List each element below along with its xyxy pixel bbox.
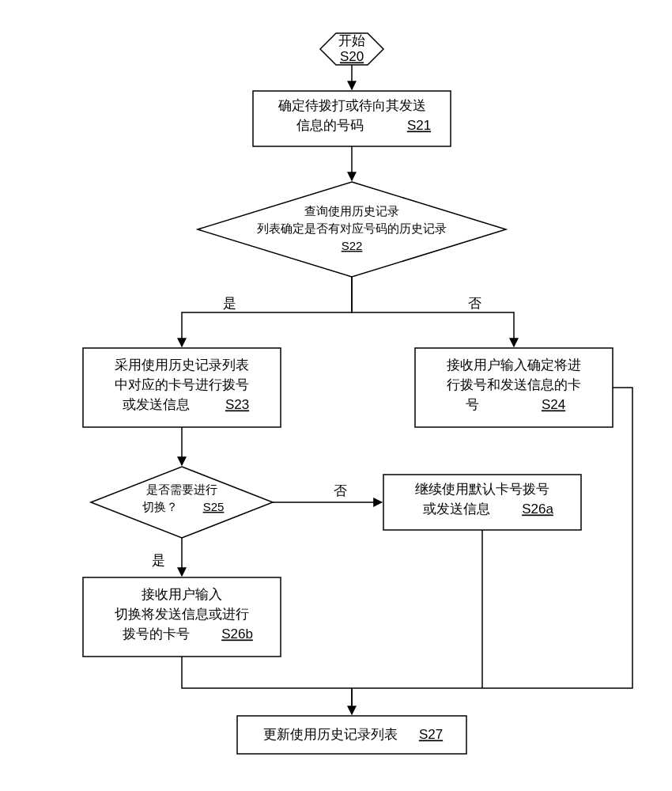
s26b-line1: 接收用户输入: [142, 587, 222, 602]
s24-line1: 接收用户输入确定将进: [447, 358, 581, 373]
s26a-id: S26a: [522, 501, 553, 517]
node-s27: 更新使用历史记录列表 S27: [237, 716, 466, 754]
edge-s24-s27-part: [352, 388, 632, 714]
svg-text:拨号的卡号
      S26b: 拨号的卡号 S26b: [123, 624, 253, 642]
edge-s26b-s27-part: [182, 657, 352, 688]
s22-id: S22: [342, 239, 363, 252]
s21-line1: 确定待拨打或待向其发送: [277, 98, 426, 113]
label-s25-yes: 是: [152, 553, 165, 568]
node-s23: 采用使用历史记录列表 中对应的卡号进行拨号 或发送信息 S23: [83, 348, 281, 427]
svg-text:或发送信息
      S23: 或发送信息 S23: [123, 395, 249, 412]
start-id: S20: [340, 49, 364, 64]
s27-id: S27: [419, 727, 443, 742]
svg-text:信息的号码
      S21: 信息的号码 S21: [296, 115, 431, 133]
start-label: 开始: [338, 33, 365, 48]
svg-marker-8: [91, 467, 273, 538]
node-s26b: 接收用户输入 切换将发送信息或进行 拨号的卡号 S26b: [83, 577, 281, 657]
s25-line1: 是否需要进行: [146, 483, 217, 496]
s26b-line2: 切换将发送信息或进行: [115, 607, 249, 622]
s23-id: S23: [225, 397, 249, 412]
label-s22-yes: 是: [223, 296, 236, 311]
node-s25-decision: 是否需要进行 切换？ S25: [91, 467, 273, 538]
s25-line2: 切换？: [142, 500, 178, 513]
s22-line2: 列表确定是否有对应号码的历史记录: [257, 221, 447, 235]
s23-line2: 中对应的卡号进行拨号: [115, 377, 249, 392]
s21-id: S21: [407, 118, 431, 133]
svg-text:或发送信息
      S26a: 或发送信息 S26a: [423, 499, 553, 517]
s22-line1: 查询使用历史记录: [304, 204, 399, 218]
s27-line1: 更新使用历史记录列表: [263, 727, 398, 742]
s21-line2: 信息的号码: [296, 118, 364, 133]
node-s21: 确定待拨打或待向其发送 信息的号码 S21: [253, 91, 451, 146]
edge-s25-yes: 是: [152, 538, 183, 576]
s26a-line1: 继续使用默认卡号拨号: [415, 482, 549, 497]
node-s26a: 继续使用默认卡号拨号 或发送信息 S26a: [383, 475, 581, 530]
s26a-line2: 或发送信息: [423, 501, 490, 517]
s26b-id: S26b: [221, 626, 253, 642]
s25-id: S25: [203, 500, 225, 513]
edge-s22-no: 否: [352, 277, 514, 346]
s24-line3: 号: [466, 397, 479, 412]
s24-line2: 行拨号和发送信息的卡: [447, 377, 581, 392]
node-s22-decision: 查询使用历史记录 列表确定是否有对应号码的历史记录 S22: [198, 182, 506, 277]
edge-s25-no: 否: [273, 483, 382, 502]
node-s24: 接收用户输入确定将进 行拨号和发送信息的卡 号 S24: [415, 348, 613, 427]
node-start: 开始 S20: [320, 33, 383, 65]
flowchart: 开始 S20 确定待拨打或待向其发送 信息的号码 S21 查询使用历史记录 列表…: [0, 0, 672, 791]
s24-id: S24: [542, 397, 565, 412]
label-s22-no: 否: [468, 296, 481, 311]
edge-s22-yes: 是: [182, 277, 352, 346]
s26b-line3: 拨号的卡号: [123, 626, 190, 642]
label-s25-no: 否: [334, 483, 347, 498]
s23-line3: 或发送信息: [123, 397, 190, 412]
s23-line1: 采用使用历史记录列表: [115, 358, 249, 373]
